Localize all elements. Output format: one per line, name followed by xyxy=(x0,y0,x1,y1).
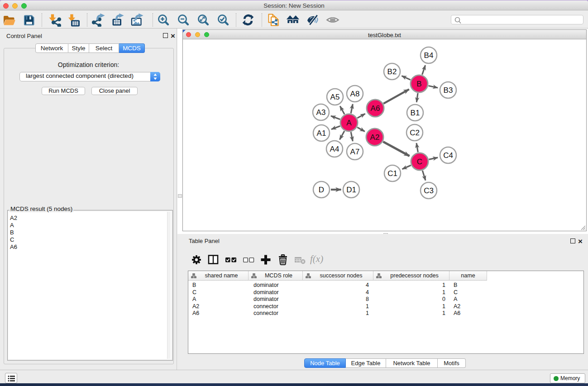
svg-text:B2: B2 xyxy=(387,67,397,76)
svg-text:D1: D1 xyxy=(346,186,356,194)
svg-text:B1: B1 xyxy=(411,109,420,117)
svg-text:C: C xyxy=(417,157,422,166)
svg-text:A5: A5 xyxy=(330,93,340,101)
svg-text:A8: A8 xyxy=(350,90,360,98)
svg-text:B4: B4 xyxy=(424,51,434,60)
svg-text:C4: C4 xyxy=(443,151,453,160)
svg-text:A1: A1 xyxy=(317,129,326,138)
svg-text:A3: A3 xyxy=(316,108,326,117)
svg-text:C2: C2 xyxy=(410,129,420,137)
svg-text:C1: C1 xyxy=(387,169,397,178)
svg-text:B: B xyxy=(416,80,421,88)
svg-text:A7: A7 xyxy=(350,148,360,156)
svg-text:A6: A6 xyxy=(371,104,380,113)
svg-text:D: D xyxy=(319,186,324,194)
svg-text:C3: C3 xyxy=(424,186,434,195)
svg-text:B3: B3 xyxy=(444,86,453,95)
svg-text:A4: A4 xyxy=(330,145,339,153)
svg-text:A2: A2 xyxy=(370,133,380,142)
svg-text:A: A xyxy=(346,119,352,127)
